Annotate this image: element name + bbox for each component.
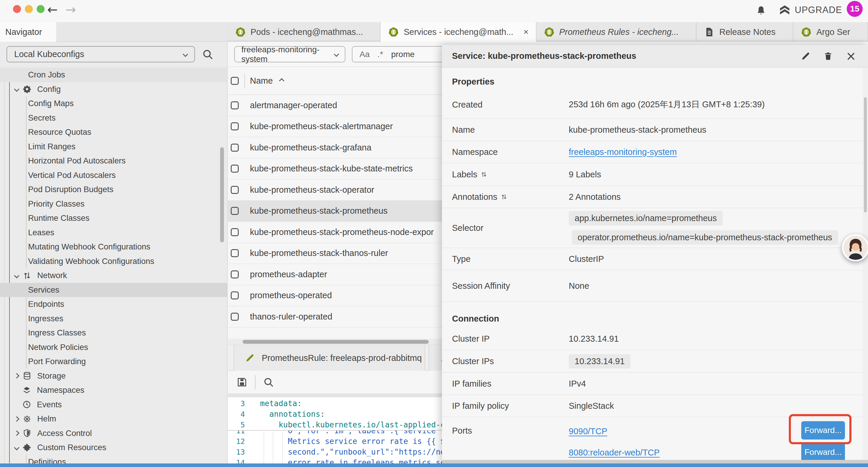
minimize-window-button[interactable] xyxy=(25,5,33,13)
sidebar-scrollbar[interactable] xyxy=(220,147,224,242)
tab-close-icon[interactable]: × xyxy=(524,27,529,37)
tree-item-label: Network xyxy=(37,271,67,280)
row-checkbox[interactable] xyxy=(231,165,239,173)
tree-item-label: Cron Jobs xyxy=(28,70,65,80)
tree-item[interactable]: Ingress Classes xyxy=(0,326,227,340)
close-window-button[interactable] xyxy=(13,5,21,13)
row-checkbox[interactable] xyxy=(231,228,239,236)
session-affinity-row: Session Affinity None xyxy=(442,270,863,302)
notifications-bell-icon[interactable] xyxy=(756,5,766,16)
tree-item[interactable]: Horizontal Pod Autoscalers xyxy=(0,154,227,168)
tree-item[interactable]: Events xyxy=(0,398,227,412)
tree-item[interactable]: Config xyxy=(0,82,227,97)
port-link[interactable]: 8080:reloader-web/TCP xyxy=(569,448,660,458)
tree-item[interactable]: Mutating Webhook Configurations xyxy=(0,240,227,254)
save-icon[interactable] xyxy=(237,377,247,387)
select-all-checkbox[interactable] xyxy=(231,77,239,85)
tree-item[interactable]: Leases xyxy=(0,226,227,240)
row-checkbox[interactable] xyxy=(231,313,239,321)
table-horizontal-scrollbar[interactable] xyxy=(243,340,429,344)
cluster-ip-row: Cluster IP 10.233.14.91 xyxy=(442,328,863,350)
namespace-selector[interactable]: freeleaps-monitoring-system xyxy=(234,46,345,62)
avatar[interactable] xyxy=(842,234,868,261)
match-case-toggle[interactable]: Aa xyxy=(360,50,370,59)
tree-item[interactable]: Limit Ranges xyxy=(0,140,227,154)
tree-chevron-icon[interactable] xyxy=(14,416,19,421)
document-tab[interactable]: Argo Ser xyxy=(793,22,868,42)
close-icon[interactable]: × xyxy=(846,50,856,62)
row-checkbox[interactable] xyxy=(231,291,239,299)
back-button[interactable]: ← xyxy=(47,2,58,17)
row-checkbox[interactable] xyxy=(231,144,239,152)
forward-button[interactable]: Forward... xyxy=(801,443,845,460)
tree-item[interactable]: Runtime Classes xyxy=(0,211,227,226)
tree-item[interactable]: Pod Disruption Budgets xyxy=(0,182,227,197)
forward-button[interactable]: → xyxy=(66,2,76,17)
code-segment: kubectl.kubernetes.io/last-applied-con xyxy=(251,420,454,429)
tree-item[interactable]: Services xyxy=(0,283,227,297)
tree-item[interactable]: Storage xyxy=(0,369,227,383)
tree-item[interactable]: Network Policies xyxy=(0,340,227,355)
tree-item[interactable]: Validating Webhook Configurations xyxy=(0,254,227,269)
tree-item[interactable]: Access Control xyxy=(0,426,227,441)
name-value: kube-prometheus-stack-prometheus xyxy=(569,125,706,135)
row-checkbox[interactable] xyxy=(231,270,239,279)
notification-count-badge[interactable]: 15 xyxy=(847,1,863,17)
tree-item[interactable]: Vertical Pod Autoscalers xyxy=(0,168,227,183)
tree-item[interactable]: Cron Jobs xyxy=(0,68,227,82)
name-column-header[interactable]: Name xyxy=(250,67,284,95)
delete-icon[interactable] xyxy=(824,52,833,61)
document-tab[interactable]: Release Notes xyxy=(696,22,793,42)
row-checkbox[interactable] xyxy=(231,101,239,109)
type-value: ClusterIP xyxy=(569,254,604,264)
tree-item-label: Helm xyxy=(37,414,56,424)
tree-item[interactable]: Helm xyxy=(0,412,227,426)
tree-item[interactable]: Priority Classes xyxy=(0,197,227,211)
tree-item[interactable]: Port Forwarding xyxy=(0,354,227,369)
navigator-panel-tab[interactable]: Navigator xyxy=(0,22,56,42)
tree-item[interactable]: Resource Quotas xyxy=(0,125,227,140)
kubeconfig-selector[interactable]: Local Kubeconfigs xyxy=(6,46,195,62)
regex-toggle[interactable]: .* xyxy=(377,50,383,59)
filter-input-value: prome xyxy=(391,50,414,59)
service-name: kube-prometheus-stack-prometheus xyxy=(250,206,388,216)
tab-label: Release Notes xyxy=(719,27,776,37)
expand-updown-icon[interactable] xyxy=(481,171,487,178)
port-link[interactable]: 9090/TCP xyxy=(569,427,608,436)
tree-item[interactable]: Config Maps xyxy=(0,96,227,111)
row-checkbox[interactable] xyxy=(231,122,239,130)
tree-chevron-icon[interactable] xyxy=(14,431,19,436)
tree-chevron-icon[interactable] xyxy=(14,373,19,379)
maximize-window-button[interactable] xyxy=(37,5,44,13)
row-checkbox[interactable] xyxy=(231,207,239,215)
edit-icon[interactable] xyxy=(801,52,810,61)
row-checkbox[interactable] xyxy=(231,186,239,194)
namespace-link[interactable]: freeleaps-monitoring-system xyxy=(569,147,677,157)
search-icon[interactable] xyxy=(202,49,213,60)
editor-search-icon[interactable] xyxy=(263,377,274,387)
selector-chip: operator.prometheus.io/name=kube-prometh… xyxy=(572,230,838,245)
document-tab[interactable]: Services - icecheng@math... × xyxy=(380,22,536,42)
tree-chevron-icon[interactable] xyxy=(14,445,19,450)
row-checkbox[interactable] xyxy=(231,249,239,257)
code-segment: error rate in freeleaps metrics serv xyxy=(251,458,454,464)
k8s-icon xyxy=(235,27,246,37)
annotations-value[interactable]: 2 Annotations xyxy=(569,192,621,202)
tree-item[interactable]: Custom Resources xyxy=(0,440,227,455)
tree-item[interactable]: Namespaces xyxy=(0,383,227,398)
document-tab[interactable]: Pods - icecheng@mathmas... xyxy=(227,22,380,42)
expand-updown-icon[interactable] xyxy=(501,194,507,200)
tree-item[interactable]: Ingresses xyxy=(0,312,227,326)
tree-item[interactable]: Endpoints xyxy=(0,297,227,312)
tree-item[interactable]: Network xyxy=(0,268,227,283)
upgrade-button[interactable]: UPGRADE xyxy=(779,4,842,16)
document-tab[interactable]: Prometheus Rules - icecheng... xyxy=(536,22,696,42)
tree-item[interactable]: Definitions xyxy=(0,455,227,464)
drawer-bottom-strip xyxy=(442,460,868,463)
tree-chevron-icon[interactable] xyxy=(14,273,19,278)
labels-value[interactable]: 9 Labels xyxy=(569,170,601,179)
drawer-scrollbar[interactable] xyxy=(864,97,867,212)
tree-item[interactable]: Secrets xyxy=(0,111,227,125)
editor-tab-prometheusrule[interactable]: PrometheusRule: freeleaps-prod-rabbitmq xyxy=(234,345,425,371)
tree-chevron-icon[interactable] xyxy=(14,87,19,92)
